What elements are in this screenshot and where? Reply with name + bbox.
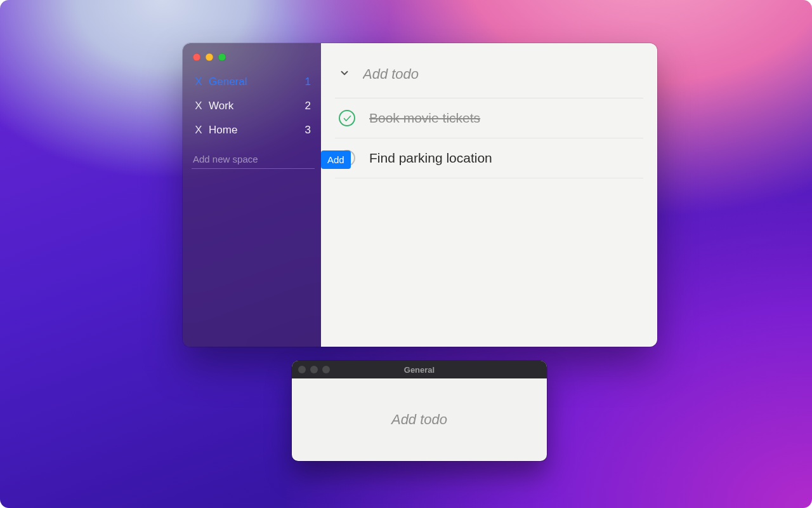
sidebar-item-count: 2 — [305, 100, 311, 112]
delete-space-icon[interactable]: X — [194, 124, 203, 137]
zoom-window-button[interactable] — [218, 53, 226, 61]
sidebar-item-label: Home — [209, 124, 237, 137]
add-space-button[interactable]: Add — [321, 150, 351, 169]
sidebar-item-home[interactable]: X Home 3 — [192, 118, 313, 142]
sidebar-item-general[interactable]: X General 1 — [192, 70, 313, 94]
sidebar-item-label: General — [209, 76, 247, 88]
zoom-window-button[interactable] — [322, 366, 330, 373]
chevron-down-icon[interactable] — [339, 67, 350, 81]
todo-app-window: X General 1 X Work 2 X Home 3 Add — [183, 43, 657, 347]
add-todo-input[interactable] — [363, 66, 639, 83]
mini-window-titlebar[interactable]: General — [292, 361, 547, 378]
window-controls — [192, 52, 313, 70]
delete-space-icon[interactable]: X — [194, 76, 203, 88]
minimize-window-button[interactable] — [206, 53, 213, 61]
todo-item[interactable]: Book movie tickets — [335, 98, 643, 138]
window-controls-inactive — [298, 366, 330, 373]
delete-space-icon[interactable]: X — [194, 100, 203, 112]
sidebar: X General 1 X Work 2 X Home 3 Add — [183, 43, 321, 347]
add-todo-row — [335, 60, 643, 98]
quick-add-window: General — [292, 361, 547, 461]
sidebar-item-work[interactable]: X Work 2 — [192, 94, 313, 118]
sidebar-item-label: Work — [209, 100, 233, 112]
minimize-window-button[interactable] — [310, 366, 318, 373]
sidebar-item-count: 1 — [305, 76, 311, 88]
add-space-row: Add — [192, 150, 313, 169]
add-space-input[interactable] — [192, 150, 315, 169]
todo-text: Book movie tickets — [369, 110, 480, 126]
todo-item[interactable]: Find parking location — [335, 138, 643, 178]
main-content: Book movie tickets Find parking location — [321, 43, 657, 347]
quick-add-todo-input[interactable] — [311, 411, 528, 428]
todo-text: Find parking location — [369, 150, 492, 166]
mini-window-title: General — [404, 365, 435, 375]
mini-window-body — [292, 378, 547, 461]
close-window-button[interactable] — [193, 53, 200, 61]
close-window-button[interactable] — [298, 366, 306, 373]
todo-checkbox-checked[interactable] — [339, 110, 355, 126]
sidebar-item-count: 3 — [305, 124, 311, 137]
